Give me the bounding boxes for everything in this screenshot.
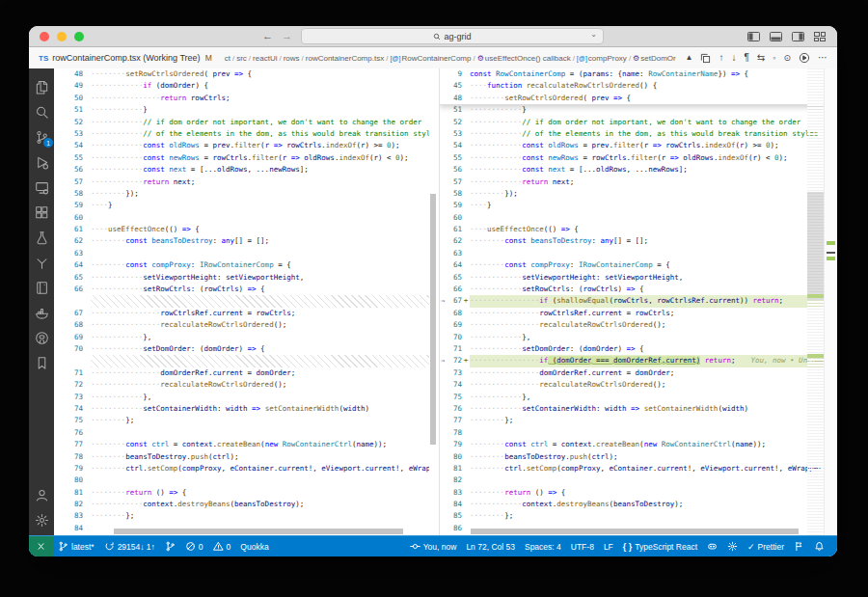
- code-line[interactable]: 60: [54, 212, 429, 224]
- line-number[interactable]: 51: [450, 104, 462, 116]
- line-number[interactable]: 86: [450, 523, 462, 534]
- code-line[interactable]: 66············setRowCtrls: (rowCtrls) =>…: [54, 284, 429, 295]
- code-line[interactable]: →72+················if (domOrder === dom…: [440, 355, 837, 366]
- code-line[interactable]: 52············// if dom order not import…: [440, 117, 837, 128]
- code-line[interactable]: 64········const compProxy: IRowContainer…: [54, 259, 429, 271]
- code-line[interactable]: 77········};: [440, 415, 837, 426]
- line-number[interactable]: 61: [54, 224, 91, 235]
- swap-diff-icon[interactable]: ⇆: [757, 53, 765, 63]
- line-number[interactable]: 56: [450, 164, 462, 176]
- status-blame[interactable]: You, now: [405, 536, 462, 556]
- line-number[interactable]: 64: [54, 259, 91, 271]
- code-line[interactable]: 76············setContainerWidth: width =…: [440, 403, 837, 415]
- activity-item-settings[interactable]: [29, 507, 54, 532]
- alert-icon[interactable]: ▲: [686, 54, 693, 62]
- code-line[interactable]: 74············setContainerWidth: width =…: [54, 403, 429, 415]
- line-number[interactable]: 75: [450, 392, 462, 403]
- code-line[interactable]: 81········ctrl.setComp(compProxy, eConta…: [440, 463, 837, 475]
- code-line[interactable]: 73············},: [54, 392, 429, 403]
- status-quokka[interactable]: Quokka: [235, 536, 273, 556]
- line-number[interactable]: 67: [450, 295, 462, 307]
- line-number[interactable]: 60: [54, 212, 91, 224]
- line-number[interactable]: 80: [54, 475, 91, 486]
- code-line[interactable]: 73················domOrderRef.current = …: [440, 367, 837, 379]
- code-line[interactable]: 53············// of the elements in the …: [440, 128, 837, 140]
- line-number[interactable]: 74: [450, 379, 462, 391]
- more-actions-icon[interactable]: ⋯: [818, 53, 827, 63]
- code-line[interactable]: 56············const next = [...oldRows, …: [54, 164, 429, 176]
- sticky-line[interactable]: 48········setRowCtrlsOrdered( prev => {: [440, 93, 837, 104]
- code-line[interactable]: 48········setRowCtrlsOrdered( prev => {: [54, 68, 429, 80]
- code-line[interactable]: 80········beansToDestroy.push(ctrl);: [440, 451, 837, 463]
- code-line[interactable]: 54············const oldRows = prev.filte…: [440, 140, 837, 151]
- code-line[interactable]: 60: [440, 212, 837, 224]
- line-number[interactable]: 68: [450, 308, 462, 319]
- line-number[interactable]: 70: [54, 343, 91, 355]
- command-center-search[interactable]: ag-grid ⌄: [301, 28, 604, 44]
- activity-item-testing[interactable]: [29, 225, 54, 250]
- line-number[interactable]: 65: [450, 272, 462, 284]
- line-number[interactable]: 84: [450, 499, 462, 510]
- line-number[interactable]: 73: [54, 392, 91, 403]
- code-line[interactable]: 53············// of the elements in the …: [54, 128, 429, 140]
- tab-filename[interactable]: rowContainerComp.tsx (Working Tree): [52, 53, 200, 63]
- line-number[interactable]: 66: [54, 284, 91, 295]
- line-number[interactable]: 79: [54, 463, 91, 475]
- line-number[interactable]: 77: [54, 439, 91, 450]
- line-number[interactable]: 59: [54, 200, 91, 211]
- code-line[interactable]: 70············},: [440, 332, 837, 343]
- activity-item-remote-explorer[interactable]: [29, 175, 54, 200]
- line-number[interactable]: 58: [450, 188, 462, 200]
- code-line[interactable]: 55············const newRows = rowCtrls.f…: [54, 152, 429, 164]
- line-number[interactable]: 57: [450, 176, 462, 188]
- line-number[interactable]: 66: [450, 284, 462, 295]
- code-line[interactable]: 58········});: [440, 188, 837, 200]
- code-line[interactable]: 68················rowCtrlsRef.current = …: [440, 308, 837, 319]
- line-number[interactable]: 59: [450, 200, 462, 211]
- status-problems-warnings[interactable]: 0: [208, 536, 236, 556]
- status-problems-errors[interactable]: 0: [180, 536, 208, 556]
- line-number[interactable]: 72: [450, 355, 462, 366]
- code-line[interactable]: 51············}: [54, 104, 429, 116]
- breadcrumb-item[interactable]: reactUi: [253, 54, 277, 63]
- activity-item-source-control[interactable]: 1: [29, 124, 54, 149]
- line-number[interactable]: 80: [450, 451, 462, 463]
- breadcrumb-item[interactable]: ct: [225, 54, 231, 63]
- activity-item-docker[interactable]: [29, 300, 54, 325]
- line-number[interactable]: 60: [450, 212, 462, 224]
- toggle-secondary-sidebar-icon[interactable]: [792, 32, 804, 41]
- line-number[interactable]: 83: [450, 487, 462, 499]
- code-line[interactable]: 70············setDomOrder: (domOrder) =>…: [54, 343, 429, 355]
- line-number[interactable]: 82: [450, 475, 462, 486]
- back-button[interactable]: ←: [262, 31, 273, 41]
- status-eol[interactable]: LF: [599, 536, 618, 556]
- code-line[interactable]: 59····}: [440, 200, 837, 211]
- code-line[interactable]: 52············// if dom order not import…: [54, 117, 429, 128]
- revert-arrow-icon[interactable]: →: [440, 355, 450, 366]
- line-number[interactable]: 81: [54, 487, 91, 499]
- activity-item-bookmarks[interactable]: [29, 350, 54, 375]
- line-number[interactable]: 57: [54, 176, 91, 188]
- minimize-button[interactable]: [57, 32, 67, 41]
- zoom-button[interactable]: [74, 32, 84, 41]
- code-line[interactable]: 71················domOrderRef.current = …: [54, 367, 429, 379]
- status-git-branch[interactable]: latest*: [53, 536, 99, 556]
- code-line[interactable]: 63: [440, 248, 837, 259]
- code-line[interactable]: 67················rowCtrlsRef.current = …: [54, 308, 429, 319]
- code-line[interactable]: 77········const ctrl = context.createBea…: [54, 439, 429, 450]
- line-number[interactable]: 52: [450, 117, 462, 128]
- status-prettier[interactable]: ✓Prettier: [743, 536, 789, 556]
- modified-editor-pane[interactable]: 48········setRowCtrlsOrdered( prev => {4…: [439, 68, 837, 536]
- line-number[interactable]: 50: [54, 93, 91, 104]
- sticky-line[interactable]: 45····function recalculateRowCtrlsOrdere…: [440, 80, 837, 92]
- code-line[interactable]: 50················return rowCtrls;: [54, 93, 429, 104]
- breadcrumb-item[interactable]: ⚙useEffectOnce() callback: [477, 54, 571, 63]
- code-line[interactable]: 75············},: [440, 392, 837, 403]
- breadcrumb-item[interactable]: ⚙setDomOrder: [633, 54, 675, 63]
- code-line[interactable]: 83········};: [54, 510, 429, 522]
- line-number[interactable]: 48: [54, 68, 91, 80]
- code-line[interactable]: 62········const beansToDestroy: any[] = …: [54, 235, 429, 247]
- code-line[interactable]: 64········const compProxy: IRowContainer…: [440, 259, 837, 271]
- minimap[interactable]: [807, 68, 825, 536]
- code-line[interactable]: 51············}: [440, 104, 837, 116]
